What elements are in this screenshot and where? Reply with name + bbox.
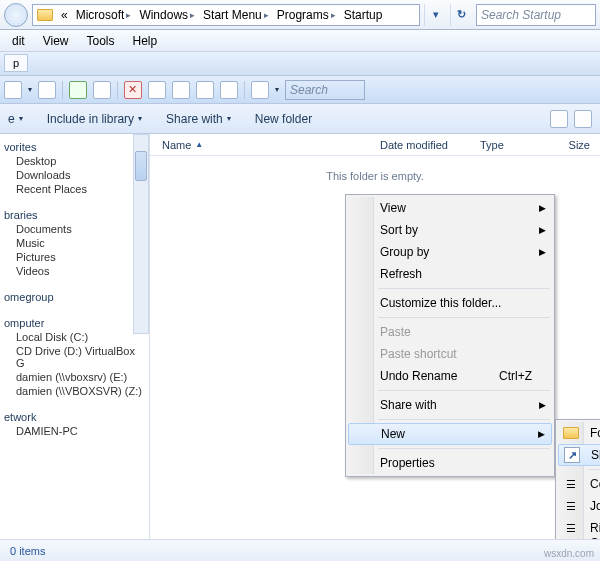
- delete-icon[interactable]: [124, 81, 142, 99]
- toolbar-icon[interactable]: [4, 81, 22, 99]
- search-box[interactable]: Search Startup: [476, 4, 596, 26]
- nav-item[interactable]: damien (\\vboxsrv) (E:): [0, 370, 145, 384]
- organize-dropdown[interactable]: e▾: [8, 112, 23, 126]
- breadcrumb-seg[interactable]: Startup: [340, 5, 387, 25]
- dropdown-icon[interactable]: ▾: [275, 85, 279, 94]
- breadcrumb-more[interactable]: «: [57, 5, 72, 25]
- breadcrumb-seg[interactable]: Programs▸: [273, 5, 340, 25]
- col-header-type[interactable]: Type: [480, 139, 560, 151]
- scrollbar[interactable]: [133, 134, 149, 334]
- menu-bar: dit View Tools Help: [0, 30, 600, 52]
- menu-edit[interactable]: dit: [4, 32, 33, 50]
- share-with[interactable]: Share with▾: [166, 112, 231, 126]
- ctx-view[interactable]: View▶: [348, 197, 552, 219]
- folder-icon: [563, 427, 579, 439]
- menu-separator: [378, 419, 550, 420]
- submenu-arrow-icon: ▶: [539, 247, 546, 257]
- ctx-groupby[interactable]: Group by▶: [348, 241, 552, 263]
- nav-back-button[interactable]: [4, 3, 28, 27]
- watermark: wsxdn.com: [544, 548, 594, 559]
- address-bar: « Microsoft▸ Windows▸ Start Menu▸ Progra…: [0, 0, 600, 30]
- rtf-icon: ☰: [563, 520, 579, 536]
- ctx-sharewith[interactable]: Share with▶: [348, 394, 552, 416]
- item-count: 0 items: [10, 545, 45, 557]
- nav-item[interactable]: damien (\\VBOXSVR) (Z:): [0, 384, 145, 398]
- col-header-date[interactable]: Date modified: [380, 139, 480, 151]
- separator: [117, 81, 118, 99]
- scrollbar-thumb[interactable]: [135, 151, 147, 181]
- nav-item[interactable]: Documents: [0, 222, 145, 236]
- new-journal[interactable]: ☰Journal Document: [558, 495, 600, 517]
- nav-item[interactable]: Desktop: [0, 154, 145, 168]
- col-header-name[interactable]: Name▲: [150, 139, 380, 151]
- status-bar: 0 items: [0, 539, 600, 561]
- menu-separator: [588, 469, 600, 470]
- new-shortcut[interactable]: ↗Shortcut: [558, 444, 600, 466]
- nav-item[interactable]: Videos: [0, 264, 145, 278]
- ctx-refresh[interactable]: Refresh: [348, 263, 552, 285]
- view-layout-icon[interactable]: [574, 110, 592, 128]
- toolbar-icon[interactable]: [220, 81, 238, 99]
- nav-favorites[interactable]: vorites: [0, 140, 145, 154]
- ctx-sortby[interactable]: Sort by▶: [348, 219, 552, 241]
- new-folder[interactable]: Folder: [558, 422, 600, 444]
- ctx-new[interactable]: New▶: [348, 423, 552, 445]
- breadcrumb-seg[interactable]: Start Menu▸: [199, 5, 273, 25]
- menu-help[interactable]: Help: [125, 32, 166, 50]
- tab[interactable]: p: [4, 54, 28, 72]
- submenu-arrow-icon: ▶: [539, 400, 546, 410]
- separator: [62, 81, 63, 99]
- view-layout-icon[interactable]: [550, 110, 568, 128]
- file-pane: Name▲ Date modified Type Size This folde…: [150, 134, 600, 539]
- history-dropdown[interactable]: ▾: [424, 4, 446, 26]
- menu-separator: [378, 317, 550, 318]
- nav-item[interactable]: DAMIEN-PC: [0, 424, 145, 438]
- toolbar-icon[interactable]: [93, 81, 111, 99]
- new-folder-button[interactable]: New folder: [255, 112, 312, 126]
- shortcut-label: Ctrl+Z: [499, 369, 532, 383]
- menu-tools[interactable]: Tools: [78, 32, 122, 50]
- menu-view[interactable]: View: [35, 32, 77, 50]
- tab-row: p: [0, 52, 600, 76]
- view-icon[interactable]: [251, 81, 269, 99]
- nav-item[interactable]: CD Drive (D:) VirtualBox G: [0, 344, 145, 370]
- include-library[interactable]: Include in library▾: [47, 112, 142, 126]
- journal-icon: ☰: [563, 498, 579, 514]
- refresh-button[interactable]: ↻: [450, 4, 472, 26]
- toolbar-icon[interactable]: [196, 81, 214, 99]
- nav-computer[interactable]: omputer: [0, 316, 145, 330]
- empty-folder-message: This folder is empty.: [150, 156, 600, 196]
- new-contact[interactable]: ☰Contact: [558, 473, 600, 495]
- breadcrumb-seg[interactable]: Microsoft▸: [72, 5, 136, 25]
- menu-separator: [378, 288, 550, 289]
- separator: [244, 81, 245, 99]
- nav-item[interactable]: Pictures: [0, 250, 145, 264]
- toolbar-icon[interactable]: [38, 81, 56, 99]
- breadcrumb[interactable]: « Microsoft▸ Windows▸ Start Menu▸ Progra…: [32, 4, 420, 26]
- nav-item[interactable]: Downloads: [0, 168, 145, 182]
- col-header-size[interactable]: Size: [560, 139, 600, 151]
- ctx-undo-rename[interactable]: Undo RenameCtrl+Z: [348, 365, 552, 387]
- toolbar-icon[interactable]: [172, 81, 190, 99]
- folder-icon: [37, 9, 53, 21]
- menu-separator: [378, 448, 550, 449]
- nav-item[interactable]: Local Disk (C:): [0, 330, 145, 344]
- nav-network[interactable]: etwork: [0, 410, 145, 424]
- navigation-pane: vorites Desktop Downloads Recent Places …: [0, 134, 150, 539]
- breadcrumb-seg[interactable]: Windows▸: [135, 5, 199, 25]
- submenu-arrow-icon: ▶: [538, 429, 545, 439]
- dropdown-icon[interactable]: ▾: [28, 85, 32, 94]
- nav-homegroup[interactable]: omegroup: [0, 290, 145, 304]
- nav-item[interactable]: Music: [0, 236, 145, 250]
- column-headers: Name▲ Date modified Type Size: [150, 134, 600, 156]
- toolbar-search[interactable]: Search: [285, 80, 365, 100]
- submenu-arrow-icon: ▶: [539, 225, 546, 235]
- toolbar-icon[interactable]: [148, 81, 166, 99]
- nav-libraries[interactable]: braries: [0, 208, 145, 222]
- ctx-customize[interactable]: Customize this folder...: [348, 292, 552, 314]
- toolbar-icon[interactable]: [69, 81, 87, 99]
- contact-icon: ☰: [563, 476, 579, 492]
- ctx-properties[interactable]: Properties: [348, 452, 552, 474]
- nav-item[interactable]: Recent Places: [0, 182, 145, 196]
- context-menu: View▶ Sort by▶ Group by▶ Refresh Customi…: [345, 194, 555, 477]
